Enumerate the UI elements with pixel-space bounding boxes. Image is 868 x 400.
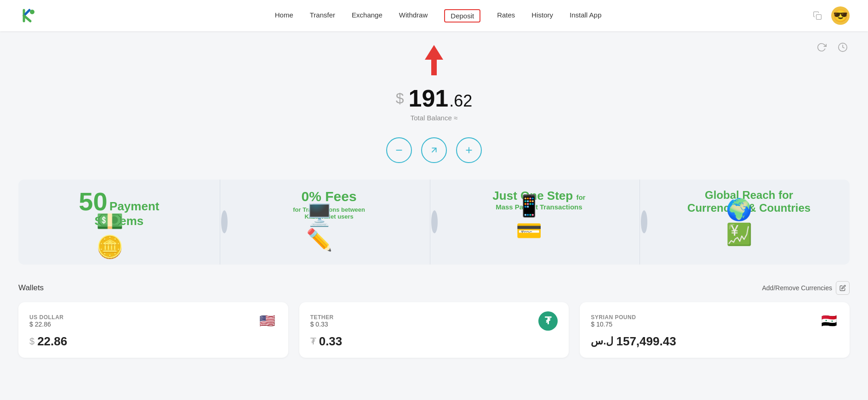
wallet-card-header-syp: SYRIAN POUND $ 10.75 🇸🇾	[591, 311, 839, 331]
wallet-amount-syp: 157,499.43	[616, 334, 676, 349]
wallet-main-amount-usd: $ 22.86	[29, 334, 277, 349]
svg-rect-0	[18, 6, 39, 26]
promo-onestep-illustration: 📱💳	[516, 211, 562, 243]
wallet-cards: US DOLLAR $ 22.86 🇺🇸 $ 22.86 TETHER $ 0.…	[18, 302, 850, 358]
svg-rect-2	[817, 15, 822, 20]
edit-icon	[836, 281, 850, 295]
nav-install-app[interactable]: Install App	[570, 9, 601, 23]
balance-currency-symbol: $	[396, 90, 404, 107]
balance-section: $ 191 .62 Total Balance ≈	[396, 85, 473, 122]
balance-amount: $ 191 .62	[396, 85, 473, 112]
nav-withdraw[interactable]: Withdraw	[399, 9, 428, 23]
wallet-card-syp[interactable]: SYRIAN POUND $ 10.75 🇸🇾 ل.س 157,499.43	[580, 302, 850, 358]
wallets-title: Wallets	[18, 283, 44, 293]
wallet-currency-name-usd: US DOLLAR	[29, 314, 64, 321]
wallet-card-usdt[interactable]: TETHER $ 0.33 ₮ ₮ 0.33	[299, 302, 569, 358]
wallet-usd-equiv-usd: $ 22.86	[29, 321, 64, 328]
nav-history[interactable]: History	[531, 9, 553, 23]
navbar: Home Transfer Exchange Withdraw Deposit …	[0, 0, 868, 31]
balance-cents: .62	[449, 91, 472, 111]
deposit-button[interactable]	[421, 137, 447, 163]
nav-exchange[interactable]: Exchange	[352, 9, 383, 23]
wallet-usd-equiv-usdt: $ 0.33	[310, 321, 334, 328]
logo[interactable]	[18, 6, 39, 26]
nav-links: Home Transfer Exchange Withdraw Deposit …	[66, 9, 810, 23]
svg-point-1	[30, 10, 34, 14]
nav-right: 😎	[810, 6, 850, 25]
deposit-arrow-indicator	[425, 45, 443, 75]
nav-home[interactable]: Home	[275, 9, 293, 23]
nav-rates[interactable]: Rates	[497, 9, 515, 23]
promo-card-global: Global Reach forCurrencies & Countries 🌍…	[648, 180, 850, 265]
promo-divider-2	[430, 180, 439, 265]
wallet-symbol-syp: ل.س	[591, 335, 613, 347]
transfer-button[interactable]	[456, 137, 482, 163]
promo-fees-illustration: 🖥️✏️	[306, 220, 352, 252]
user-avatar[interactable]: 😎	[831, 6, 850, 25]
wallet-amount-usd: 22.86	[37, 334, 67, 349]
wallet-main-amount-usdt: ₮ 0.33	[310, 334, 558, 349]
wallet-symbol-usdt: ₮	[310, 336, 316, 347]
promo-card-zero-fees: 0% Fees for Transactions betweenKazaWall…	[228, 180, 430, 265]
wallet-main-amount-syp: ل.س 157,499.43	[591, 334, 839, 349]
wallet-currency-name-syp: SYRIAN POUND	[591, 314, 636, 321]
wallet-amount-usdt: 0.33	[319, 334, 343, 349]
promo-zero-fees-title: 0% Fees	[293, 189, 365, 204]
promo-card-payment-systems: 50 PaymentSystems 💵🪙	[18, 180, 220, 265]
wallet-usd-equiv-syp: $ 10.75	[591, 321, 636, 328]
svg-line-5	[432, 148, 436, 152]
wallet-card-usd[interactable]: US DOLLAR $ 22.86 🇺🇸 $ 22.86	[18, 302, 288, 358]
promo-section: 50 PaymentSystems 💵🪙 0% Fees for Transac…	[18, 180, 850, 265]
wallet-flag-syp: 🇸🇾	[819, 311, 839, 331]
balance-label: Total Balance ≈	[411, 114, 457, 122]
balance-main-amount: 191	[408, 85, 448, 112]
nav-deposit[interactable]: Deposit	[444, 9, 480, 23]
wallet-flag-usd: 🇺🇸	[258, 311, 277, 331]
copy-icon[interactable]	[810, 8, 825, 23]
wallet-card-header-usdt: TETHER $ 0.33 ₮	[310, 311, 558, 331]
promo-card-one-step: Just One Step for Mass Payout Transactio…	[439, 180, 640, 265]
promo-payment-illustration: 💵🪙	[96, 228, 142, 260]
promo-global-illustration: 🌍💹	[726, 214, 772, 247]
add-remove-label: Add/Remove Currencies	[762, 284, 832, 292]
nav-transfer[interactable]: Transfer	[310, 9, 335, 23]
add-remove-currencies-button[interactable]: Add/Remove Currencies	[762, 281, 850, 295]
promo-divider-3	[640, 180, 648, 265]
wallet-symbol-usd: $	[29, 336, 34, 347]
wallet-currency-name-usdt: TETHER	[310, 314, 334, 321]
action-buttons	[386, 137, 482, 163]
wallets-header: Wallets Add/Remove Currencies	[18, 281, 850, 295]
withdraw-button[interactable]	[386, 137, 412, 163]
main-content: $ 191 .62 Total Balance ≈	[0, 31, 868, 372]
wallet-flag-usdt: ₮	[538, 311, 558, 331]
wallet-card-header-usd: US DOLLAR $ 22.86 🇺🇸	[29, 311, 277, 331]
promo-divider-1	[220, 180, 228, 265]
